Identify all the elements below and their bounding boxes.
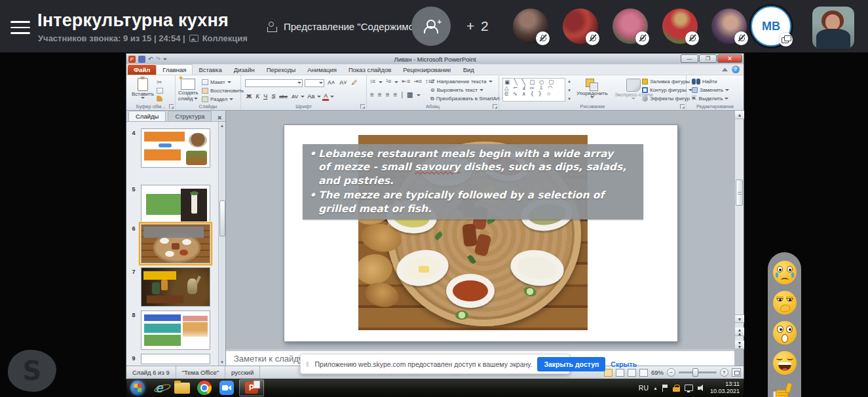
font-color-button[interactable]: A (322, 92, 329, 101)
paste-button[interactable]: Вставить (132, 78, 154, 99)
participant-avatar[interactable] (613, 9, 648, 44)
current-slide[interactable]: Lebanese restaurant meals begin with a w… (284, 124, 678, 342)
align-right-button[interactable]: ≡ (386, 91, 390, 98)
clear-formatting-button[interactable]: 🖉 (350, 79, 359, 87)
close-button[interactable]: ✕ (717, 54, 742, 63)
scroll-down-icon[interactable]: ▼ (735, 314, 744, 323)
strikethrough-button[interactable]: abc (278, 92, 289, 101)
internet-explorer-icon[interactable]: e (149, 379, 171, 396)
dialog-launcher-icon[interactable] (360, 104, 365, 109)
reset-button[interactable]: Восстановить (202, 86, 244, 95)
underline-button[interactable]: Ч (262, 92, 269, 101)
zoom-app-icon[interactable] (216, 379, 238, 396)
participant-avatar[interactable] (513, 9, 548, 44)
participant-avatar[interactable] (563, 9, 598, 44)
previous-slide-button[interactable]: ▲▲ (735, 328, 744, 336)
align-center-button[interactable]: ≡ (378, 91, 382, 98)
shapes-more-icon[interactable]: ▾ (567, 96, 572, 102)
reading-view-button[interactable] (628, 369, 636, 377)
vertical-scrollbar[interactable]: ▲ ▼ ▲▲ ▼▼ (734, 111, 744, 349)
align-left-button[interactable]: ≡ (370, 91, 374, 98)
find-button[interactable]: Найти (692, 77, 729, 86)
panel-tab-slides[interactable]: Слайды (128, 111, 166, 121)
powerpoint-taskbar-button[interactable]: P (239, 379, 264, 396)
zoom-in-button[interactable]: + (720, 368, 728, 377)
text-shadow-button[interactable]: S (270, 92, 276, 101)
scroll-up-icon[interactable]: ▴ (219, 123, 225, 128)
slide-thumbnail-8[interactable]: 8 (126, 311, 225, 350)
stop-sharing-button[interactable]: Закрыть доступ (537, 357, 605, 371)
tab-review[interactable]: Рецензирование (397, 65, 457, 75)
next-slide-button[interactable]: ▼▼ (735, 341, 744, 349)
change-case-button[interactable]: Aa (306, 92, 316, 101)
layout-button[interactable]: Макет (202, 78, 244, 86)
thumbs-up-icon[interactable] (773, 381, 797, 397)
slide-thumbnail-7[interactable]: 7 (126, 267, 225, 307)
participant-video-tile[interactable] (812, 7, 854, 48)
view-selector[interactable]: Представление "Содержимое" (267, 21, 434, 32)
panel-close-icon[interactable]: ✕ (217, 115, 222, 121)
action-center-flag-icon[interactable] (662, 385, 668, 392)
bold-button[interactable]: Ж (245, 92, 253, 101)
scroll-up-icon[interactable]: ▲ (735, 111, 744, 119)
new-slide-button[interactable]: Создать слайд (178, 79, 198, 102)
bullets-button[interactable]: ⁝≡ (370, 78, 375, 85)
decrease-indent-button[interactable]: ⇤≡ (402, 78, 410, 85)
copy-icon[interactable] (157, 88, 163, 94)
drag-handle-icon[interactable]: ‖ (306, 360, 310, 368)
dialog-launcher-icon[interactable] (169, 104, 174, 109)
minimize-button[interactable]: — (681, 54, 698, 63)
panel-scrollbar[interactable]: ▾ ▴ (218, 122, 225, 366)
save-icon[interactable] (138, 56, 145, 63)
arrange-button[interactable]: Упорядочить (576, 79, 608, 98)
shrink-font-button[interactable]: A˅ (338, 79, 348, 87)
numbering-button[interactable]: ¹≡ (386, 78, 391, 85)
tab-view[interactable]: Вид (457, 65, 480, 75)
hide-banner-link[interactable]: Скрыть (611, 360, 637, 368)
clock[interactable]: 13:11 10.03.2021 (710, 381, 740, 396)
undo-icon[interactable]: ↶ (148, 56, 153, 62)
slide-thumbnail-5[interactable]: 5 (126, 185, 225, 224)
shapes-gallery[interactable]: ▣ ╲ ╲ □ ○ ▢ △ ⌐ Ⅎ ⇨ ⇩ ◠ ᘓ ∿ ∧ { } ☆ (502, 78, 565, 102)
surprised-icon[interactable] (773, 321, 797, 345)
format-painter-icon[interactable] (157, 96, 162, 102)
laughing-icon[interactable] (773, 351, 797, 375)
scrollbar-thumb[interactable] (736, 180, 743, 206)
align-text-button[interactable]: ⊜Выровнять текст (430, 86, 506, 94)
maximize-button[interactable]: ❐ (699, 54, 717, 63)
text-direction-button[interactable]: ⇵Направление текста (430, 77, 506, 86)
participant-avatar-initials[interactable]: MB (751, 6, 791, 47)
bored-icon[interactable] (773, 291, 797, 314)
zoom-slider-thumb[interactable] (692, 368, 698, 377)
file-explorer-icon[interactable] (171, 379, 193, 396)
increase-indent-button[interactable]: ⇥≡ (413, 78, 422, 85)
slide-sorter-view-button[interactable] (616, 369, 624, 377)
tab-home[interactable]: Главная (156, 64, 193, 75)
zoom-slider[interactable] (679, 371, 717, 373)
zoom-out-button[interactable]: − (667, 368, 675, 377)
crying-icon[interactable] (773, 261, 797, 284)
section-button[interactable]: Раздел (202, 95, 244, 104)
qat-dropdown-icon[interactable] (163, 58, 167, 60)
shapes-scroll-up-icon[interactable]: ▴ (567, 78, 572, 84)
panel-scrollbar-thumb[interactable] (219, 200, 225, 236)
replace-button[interactable]: Заменить (692, 86, 729, 94)
fit-to-window-button[interactable] (732, 368, 741, 377)
shapes-scroll-down-icon[interactable]: ▾ (567, 87, 572, 93)
add-participant-button[interactable]: + (411, 7, 451, 46)
keyboard-language[interactable]: RU (639, 384, 649, 392)
pp-title-bar[interactable]: Ливан - Microsoft PowerPoint P ↶ ↷ — ❐ ✕ (126, 54, 744, 64)
redo-icon[interactable]: ↷ (156, 56, 161, 62)
start-button[interactable] (126, 379, 149, 396)
slide-thumbnail-4[interactable]: 4 (126, 128, 225, 168)
cut-icon[interactable]: ✂ (157, 79, 163, 86)
slide-text-box[interactable]: Lebanese restaurant meals begin with a w… (303, 144, 643, 219)
scroll-down-icon[interactable]: ▾ (219, 359, 225, 365)
font-size-combobox[interactable] (305, 79, 324, 87)
panel-tab-outline[interactable]: Структура (168, 111, 212, 121)
language-indicator[interactable]: русский (225, 366, 260, 379)
chrome-icon[interactable] (193, 379, 216, 396)
security-lock-icon[interactable] (673, 385, 680, 392)
font-name-combobox[interactable] (245, 79, 303, 87)
tab-design[interactable]: Дизайн (228, 65, 261, 75)
